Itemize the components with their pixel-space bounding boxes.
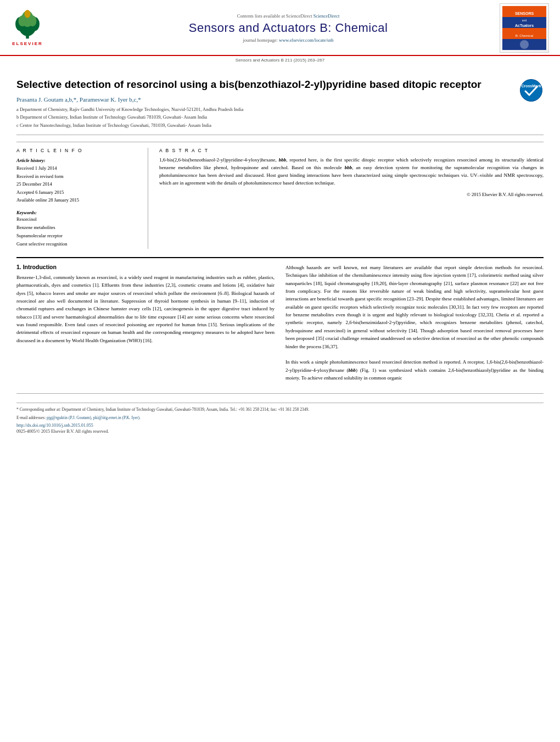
journal-ref: Sensors and Actuators B 211 (2015) 263–2… <box>236 58 324 63</box>
body-left-column: 1. Introduction Benzene-1,3-diol, common… <box>16 264 275 382</box>
email-addresses: pjg@rguktin (P.J. Goutam), pki@iitg.erne… <box>47 415 141 420</box>
keywords-label: Keywords: <box>16 210 139 215</box>
contents-label: Contents lists available at ScienceDirec… <box>237 13 312 19</box>
keyword-2: Benzene metabolites <box>16 224 139 232</box>
journal-meta-top: Contents lists available at ScienceDirec… <box>88 13 489 19</box>
svg-point-5 <box>19 15 27 26</box>
article-title: Selective detection of resorcinol using … <box>16 78 513 92</box>
homepage-url[interactable]: www.elsevier.com/locate/snb <box>279 37 334 43</box>
page-wrapper: ELSEVIER Contents lists available at Sci… <box>0 0 560 742</box>
keyword-3: Supramolecular receptor <box>16 232 139 240</box>
svg-rect-8 <box>25 12 29 14</box>
issn-line: 0925-4005/© 2015 Elsevier B.V. All right… <box>16 429 544 434</box>
footer-section: * Corresponding author at: Department of… <box>16 393 544 434</box>
corresponding-author-note: * Corresponding author at: Department of… <box>16 406 544 412</box>
authors: Prasanta J. Goutam a,b,*, Parameswar K. … <box>16 96 513 103</box>
email-note: E-mail addresses: pjg@rguktin (P.J. Gout… <box>16 415 544 421</box>
article-info-header: A R T I C L E I N F O <box>16 148 139 153</box>
affiliations: a Department of Chemistry, Rajiv Gandhi … <box>16 106 513 129</box>
received-revised-label: Received in revised form <box>16 172 139 180</box>
crossmark-icon: CrossMark <box>519 78 544 103</box>
body-right-column: Although hazards are well known, not man… <box>285 264 544 382</box>
journal-ref-line: Sensors and Actuators B 211 (2015) 263–2… <box>0 56 560 64</box>
journal-header: ELSEVIER Contents lists available at Sci… <box>0 0 560 56</box>
elsevier-logo: ELSEVIER <box>11 10 44 46</box>
received-date: Received 1 July 2014 <box>16 164 139 172</box>
abstract-column: A B S T R A C T 1,6-bis(2,6-bis(benzothi… <box>159 148 544 249</box>
sensors-logo-icon: SENSORS and AcTuators B: Chemical <box>502 6 546 50</box>
sciencedirect-link[interactable]: ScienceDirect <box>313 13 340 19</box>
body-two-col: 1. Introduction Benzene-1,3-diol, common… <box>16 264 544 382</box>
section-number: 1. <box>16 264 21 270</box>
journal-homepage: journal homepage: www.elsevier.com/locat… <box>88 37 489 43</box>
doi-line[interactable]: http://dx.doi.org/10.1016/j.snb.2015.01.… <box>16 423 544 428</box>
svg-text:AcTuators: AcTuators <box>515 24 534 27</box>
elsevier-brand-text: ELSEVIER <box>12 41 43 46</box>
svg-point-6 <box>29 15 37 26</box>
svg-text:CrossMark: CrossMark <box>521 84 541 88</box>
intro-left-text: Benzene-1,3-diol, commonly known as reso… <box>16 274 275 345</box>
elsevier-tree-icon <box>11 10 44 40</box>
article-title-section: Selective detection of resorcinol using … <box>16 70 544 135</box>
svg-text:and: and <box>522 19 527 22</box>
svg-point-7 <box>25 10 31 18</box>
received-revised-date: 25 December 2014 <box>16 180 139 188</box>
email-label: E-mail addresses: <box>16 415 46 420</box>
keywords-section: Keywords: Resorcinol Benzene metabolites… <box>16 210 139 249</box>
affiliation-b: b Department of Chemistry, Indian Instit… <box>16 114 513 121</box>
section-title-text: Introduction <box>23 264 57 270</box>
abstract-header: A B S T R A C T <box>159 148 544 153</box>
intro-section-title: 1. Introduction <box>16 264 275 270</box>
svg-rect-13 <box>502 28 546 39</box>
elsevier-logo-section: ELSEVIER <box>11 10 82 46</box>
article-title-block: Selective detection of resorcinol using … <box>16 78 513 130</box>
svg-point-19 <box>520 40 529 49</box>
homepage-label: journal homepage: <box>243 37 278 43</box>
svg-point-20 <box>520 80 542 102</box>
affiliation-c: c Centre for Nanotechnology, Indian Inst… <box>16 122 513 129</box>
keyword-4: Guest selective recognition <box>16 240 139 248</box>
journal-title: Sensors and Actuators B: Chemical <box>88 21 489 35</box>
copyright-text: © 2015 Elsevier B.V. All rights reserved… <box>159 192 544 197</box>
sensors-logo-section: SENSORS and AcTuators B: Chemical <box>494 3 549 53</box>
sensors-logo-box: SENSORS and AcTuators B: Chemical <box>500 3 549 53</box>
article-history: Article history: Received 1 July 2014 Re… <box>16 157 139 204</box>
keyword-1: Resorcinol <box>16 215 139 224</box>
journal-info-center: Contents lists available at ScienceDirec… <box>82 13 494 43</box>
body-section: 1. Introduction Benzene-1,3-diol, common… <box>16 257 544 382</box>
history-label: Article history: <box>16 157 139 164</box>
svg-text:B: Chemical: B: Chemical <box>516 34 533 37</box>
available-online-date: Available online 28 January 2015 <box>16 196 139 204</box>
accepted-date: Accepted 6 January 2015 <box>16 188 139 196</box>
affiliation-a: a Department of Chemistry, Rajiv Gandhi … <box>16 106 513 113</box>
article-info-column: A R T I C L E I N F O Article history: R… <box>16 148 148 249</box>
content-area: Selective detection of resorcinol using … <box>0 64 560 439</box>
article-info-abstract: A R T I C L E I N F O Article history: R… <box>16 142 544 249</box>
intro-right-text: Although hazards are well known, not man… <box>285 264 544 382</box>
footnote-area: * Corresponding author at: Department of… <box>16 403 544 421</box>
crossmark-section: CrossMark <box>519 78 544 104</box>
svg-text:SENSORS: SENSORS <box>515 12 534 15</box>
abstract-text: 1,6-bis(2,6-bis(benzothiazol-2-yl)pyridi… <box>159 157 544 187</box>
